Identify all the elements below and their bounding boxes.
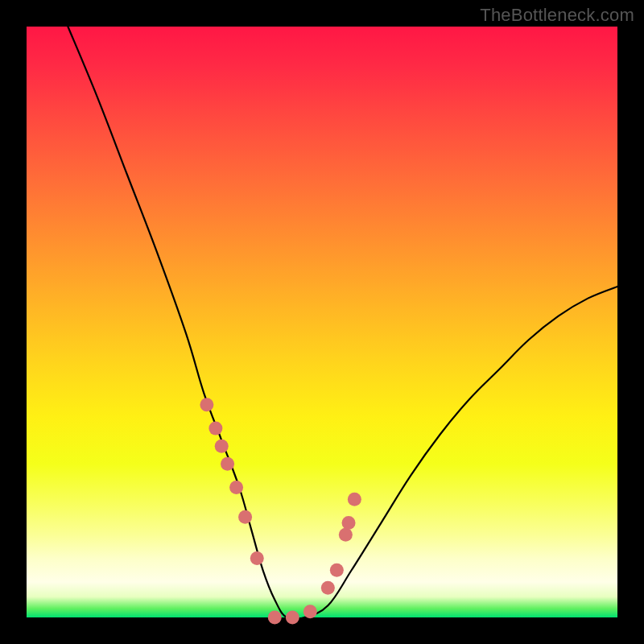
highlight-dots bbox=[200, 398, 361, 624]
highlight-dot bbox=[250, 551, 264, 565]
chart-frame: TheBottleneck.com bbox=[0, 0, 644, 644]
plot-area bbox=[27, 27, 617, 617]
highlight-dot bbox=[286, 611, 299, 625]
highlight-dot bbox=[229, 481, 243, 494]
curve-layer bbox=[27, 27, 617, 617]
watermark-text: TheBottleneck.com bbox=[480, 5, 634, 26]
highlight-dot bbox=[215, 440, 229, 453]
highlight-dot bbox=[348, 493, 361, 506]
highlight-dot bbox=[303, 605, 317, 618]
highlight-dot bbox=[339, 528, 353, 542]
highlight-dot bbox=[221, 457, 234, 471]
highlight-dot bbox=[268, 611, 282, 625]
highlight-dot bbox=[208, 422, 222, 436]
highlight-dot bbox=[200, 398, 213, 411]
highlight-dot bbox=[321, 581, 335, 595]
highlight-dot bbox=[330, 564, 344, 577]
highlight-dot bbox=[238, 510, 252, 524]
highlight-dot bbox=[342, 516, 356, 530]
